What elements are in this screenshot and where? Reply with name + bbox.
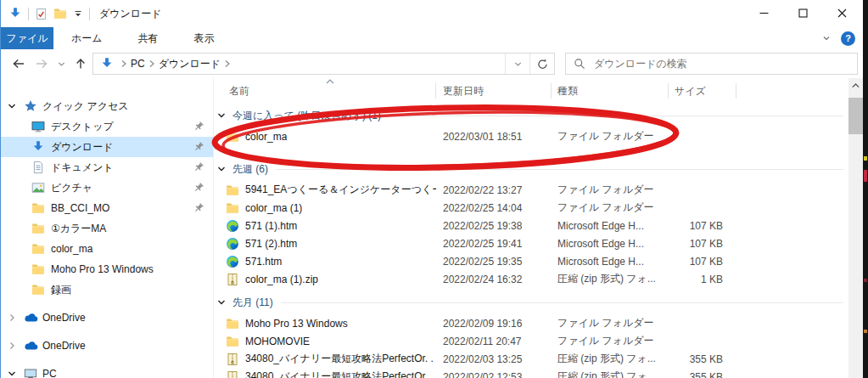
new-folder-icon[interactable] xyxy=(53,7,67,20)
chevron-down-icon[interactable] xyxy=(216,110,227,121)
group-header[interactable]: 先月 (11) xyxy=(214,293,848,312)
file-date: 2022/02/25 19:38 xyxy=(436,220,552,232)
file-row[interactable]: color_ma (1).zip 2022/02/24 16:32 圧縮 (zi… xyxy=(214,270,848,288)
tab-home[interactable]: ホーム xyxy=(53,27,120,49)
breadcrumb-item-downloads[interactable]: ダウンロード xyxy=(156,57,223,71)
file-type: ファイル フォルダー xyxy=(552,183,669,197)
file-row[interactable]: 571 (1).htm 2022/02/25 19:38 Microsoft E… xyxy=(214,217,848,234)
file-name-cell[interactable]: 34080_バイナリー最短攻略法PerfectOr ... xyxy=(214,370,436,378)
sidebar-item-icon xyxy=(24,367,37,378)
file-name: 34080_バイナリー最短攻略法PerfectOr ... xyxy=(245,370,436,378)
up-button[interactable] xyxy=(74,57,87,71)
address-dropdown-button[interactable] xyxy=(505,54,529,74)
file-row[interactable]: 34080_バイナリー最短攻略法PerfectOr. . ... 2022/02… xyxy=(214,350,848,368)
file-name: 571 (2).htm xyxy=(245,238,297,250)
file-row[interactable]: 5941_EAつくーる＆インジケーターつくーるセット... 2022/02/22… xyxy=(214,181,848,199)
file-row[interactable]: MOHOMOVIE 2022/02/11 20:47 ファイル フォルダー xyxy=(214,332,848,350)
file-row[interactable]: 571.htm 2022/02/25 19:35 Microsoft Edge … xyxy=(214,252,848,270)
sidebar-item[interactable]: クイック アクセス xyxy=(1,96,213,116)
vertical-scrollbar[interactable] xyxy=(848,78,863,378)
file-group: 今週に入って (昨日は含めず) (1) color_ma 2022/03/01 … xyxy=(214,106,848,145)
history-dropdown-icon[interactable] xyxy=(57,59,66,69)
file-name-cell[interactable]: MOHOMOVIE xyxy=(214,335,436,348)
address-bar[interactable]: PC ダウンロード xyxy=(92,53,555,75)
file-type: ファイル フォルダー xyxy=(552,129,669,144)
sidebar-item[interactable]: OneDrive xyxy=(1,307,213,328)
group-rows: 5941_EAつくーる＆インジケーターつくーるセット... 2022/02/22… xyxy=(214,181,848,288)
scrollbar-up-icon xyxy=(851,82,860,89)
file-date: 2022/02/11 20:47 xyxy=(436,336,552,347)
file-row[interactable]: 571 (2).htm 2022/02/25 19:41 Microsoft E… xyxy=(214,234,848,252)
file-row[interactable]: color_ma 2022/03/01 18:51 ファイル フォルダー xyxy=(214,127,848,145)
file-name-cell[interactable]: 571 (2).htm xyxy=(214,237,436,251)
file-name-cell[interactable]: 571.htm xyxy=(214,255,436,268)
chevron-down-icon[interactable] xyxy=(216,297,227,307)
sidebar-item[interactable]: ①カラーMA xyxy=(1,218,213,239)
column-header-date[interactable]: 更新日時 xyxy=(436,78,552,104)
refresh-button[interactable] xyxy=(529,54,554,74)
file-name-cell[interactable]: Moho Pro 13 Windows xyxy=(214,317,436,330)
close-button[interactable] xyxy=(822,0,861,25)
file-name-cell[interactable]: color_ma xyxy=(214,130,436,144)
sidebar-item[interactable]: ダウンロード xyxy=(1,137,213,157)
scrollbar-thumb[interactable] xyxy=(848,98,863,134)
file-date: 2022/02/25 19:35 xyxy=(436,256,552,268)
minimize-button[interactable] xyxy=(744,0,783,25)
column-header-size[interactable]: サイズ xyxy=(669,78,736,104)
file-name-cell[interactable]: color_ma (1) xyxy=(214,201,436,215)
chevron-down-icon[interactable] xyxy=(216,164,227,174)
sidebar-item[interactable]: BB_CCI_MO xyxy=(1,198,213,218)
tree-chevron-icon[interactable] xyxy=(7,341,17,351)
breadcrumb: PC ダウンロード xyxy=(120,57,232,71)
tree-chevron-icon[interactable] xyxy=(7,101,17,111)
file-list: 今週に入って (昨日は含めず) (1) color_ma 2022/03/01 … xyxy=(214,106,848,378)
group-header[interactable]: 先週 (6) xyxy=(214,160,848,178)
file-row[interactable]: color_ma (1) 2022/02/25 14:04 ファイル フォルダー xyxy=(214,199,848,217)
column-header-type[interactable]: 種類 xyxy=(552,78,669,104)
group-rows: Moho Pro 13 Windows 2022/02/09 19:16 ファイ… xyxy=(214,314,848,378)
customize-qat-dropdown-icon[interactable] xyxy=(73,8,83,19)
sidebar-item[interactable]: ドキュメント xyxy=(1,157,213,178)
scrollbar-up-button[interactable] xyxy=(848,78,863,93)
file-name: 571 (1).htm xyxy=(245,220,297,232)
forward-button[interactable] xyxy=(34,57,49,71)
sidebar-item[interactable]: ピクチャ xyxy=(1,178,213,198)
file-row[interactable]: Moho Pro 13 Windows 2022/02/09 19:16 ファイ… xyxy=(214,314,848,332)
tree-chevron-icon[interactable] xyxy=(7,313,17,323)
search-box[interactable] xyxy=(565,53,858,75)
column-header-label: 種類 xyxy=(557,84,578,99)
tab-file[interactable]: ファイル xyxy=(1,27,53,49)
back-button[interactable] xyxy=(11,57,26,71)
sort-ascending-icon xyxy=(325,78,335,85)
file-name-cell[interactable]: 571 (1).htm xyxy=(214,219,436,233)
column-header-row: 名前 更新日時 種類 サイズ xyxy=(214,78,848,104)
tab-view[interactable]: 表示 xyxy=(176,27,232,49)
ribbon-collapse-icon[interactable] xyxy=(821,33,832,43)
pin-icon xyxy=(193,141,204,153)
breadcrumb-item-pc[interactable]: PC xyxy=(128,58,148,70)
breadcrumb-chevron-icon[interactable] xyxy=(120,59,128,69)
file-row[interactable]: 34080_バイナリー最短攻略法PerfectOr ... 2022/02/02… xyxy=(214,368,848,378)
properties-check-icon[interactable] xyxy=(35,8,48,20)
breadcrumb-chevron-icon[interactable] xyxy=(223,59,232,69)
search-input[interactable] xyxy=(592,57,849,71)
file-name-cell[interactable]: 5941_EAつくーる＆インジケーターつくーるセット... xyxy=(214,183,436,197)
sidebar-item[interactable]: Moho Pro 13 Windows xyxy=(1,259,213,279)
tab-share[interactable]: 共有 xyxy=(120,27,176,49)
sidebar-item[interactable]: color_ma xyxy=(1,239,213,259)
tree-chevron-icon[interactable] xyxy=(7,369,17,378)
maximize-button[interactable] xyxy=(783,0,822,25)
sidebar-item-icon xyxy=(31,140,45,154)
sidebar-item[interactable]: PC xyxy=(1,364,213,378)
column-header-name[interactable]: 名前 xyxy=(214,78,436,104)
group-header[interactable]: 今週に入って (昨日は含めず) (1) xyxy=(214,106,848,125)
sidebar-item-icon xyxy=(31,181,45,195)
sidebar-item[interactable]: OneDrive xyxy=(1,336,213,356)
file-type-icon xyxy=(226,130,239,144)
sidebar-item[interactable]: デスクトップ xyxy=(1,116,213,137)
breadcrumb-chevron-icon[interactable] xyxy=(148,59,156,69)
sidebar-item[interactable]: 録画 xyxy=(1,279,213,300)
help-button[interactable]: ? xyxy=(841,31,855,46)
file-name-cell[interactable]: 34080_バイナリー最短攻略法PerfectOr. . ... xyxy=(214,352,436,366)
file-name-cell[interactable]: color_ma (1).zip xyxy=(214,273,436,286)
